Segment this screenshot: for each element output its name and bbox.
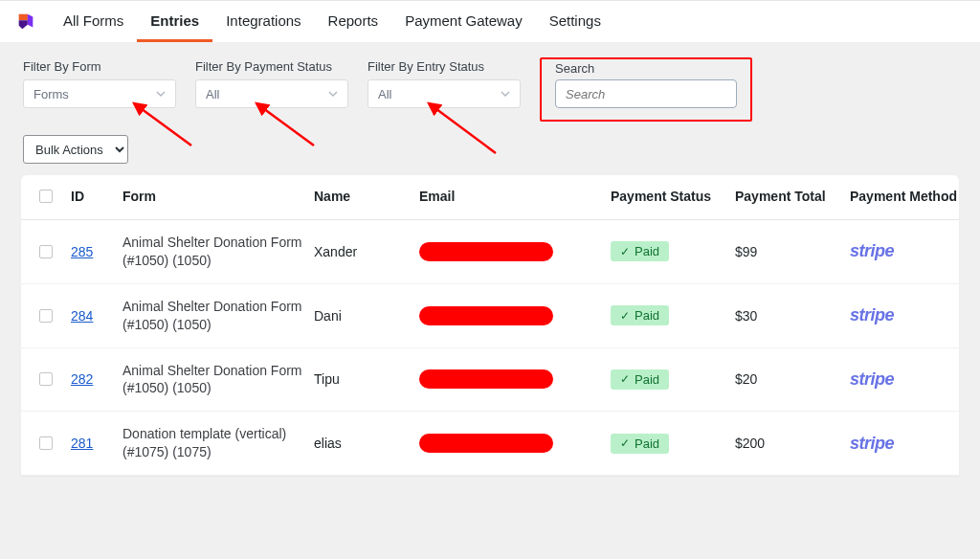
nav-all-forms[interactable]: All Forms (50, 1, 137, 42)
filter-payment-status-group: Filter By Payment Status All (195, 59, 348, 122)
status-badge: ✓Paid (611, 369, 669, 390)
payment-method-stripe: stripe (850, 434, 894, 453)
payment-method-stripe: stripe (850, 369, 894, 389)
nav-reports[interactable]: Reports (315, 1, 392, 42)
form-name: Animal Shelter Donation Form (#1050) (10… (117, 362, 308, 398)
chevron-down-icon (328, 87, 338, 101)
entry-id-link[interactable]: 285 (71, 244, 93, 259)
filter-payment-status-label: Filter By Payment Status (195, 59, 348, 74)
table-row: 285Animal Shelter Donation Form (#1050) … (21, 220, 959, 284)
row-checkbox[interactable] (39, 436, 53, 450)
entries-table-card: ID Form Name Email Payment Status Paymen… (21, 175, 959, 476)
th-email[interactable]: Email (413, 189, 605, 204)
payment-total: $200 (729, 436, 844, 451)
nav-settings[interactable]: Settings (536, 1, 614, 42)
check-icon: ✓ (620, 372, 630, 386)
entry-name: Xander (308, 244, 413, 259)
nav-entries[interactable]: Entries (137, 1, 212, 42)
th-payment-method[interactable]: Payment Method (844, 189, 969, 204)
row-checkbox[interactable] (39, 309, 53, 323)
chevron-down-icon (156, 87, 166, 101)
row-checkbox[interactable] (39, 245, 53, 258)
payment-method-stripe: stripe (850, 305, 894, 324)
entry-id-link[interactable]: 284 (71, 308, 93, 324)
filter-entry-status-select[interactable]: All (368, 79, 521, 108)
filter-payment-status-select[interactable]: All (195, 79, 348, 108)
th-form[interactable]: Form (117, 189, 308, 204)
entry-name: Tipu (308, 371, 413, 387)
th-payment-status[interactable]: Payment Status (605, 189, 729, 204)
chevron-down-icon (501, 87, 510, 101)
entry-id-link[interactable]: 282 (71, 371, 93, 387)
table-row: 281Donation template (vertical) (#1075) … (21, 412, 959, 476)
nav-integrations[interactable]: Integrations (212, 1, 314, 42)
filter-entry-status-value: All (378, 87, 391, 101)
table-header-row: ID Form Name Email Payment Status Paymen… (21, 181, 959, 220)
nav-payment-gateway[interactable]: Payment Gateway (391, 1, 536, 42)
email-redacted (419, 369, 553, 389)
filter-form-label: Filter By Form (23, 59, 176, 74)
payment-total: $30 (729, 308, 844, 324)
top-nav-bar: All Forms Entries Integrations Reports P… (0, 0, 980, 42)
email-redacted (419, 434, 553, 453)
filters-row: Filter By Form Forms Filter By Payment S… (0, 42, 980, 129)
th-name[interactable]: Name (308, 189, 413, 204)
row-checkbox[interactable] (39, 372, 53, 386)
search-label: Search (555, 59, 737, 79)
table-row: 282Animal Shelter Donation Form (#1050) … (21, 348, 959, 413)
bulk-actions-select[interactable]: Bulk Actions (23, 135, 128, 164)
status-badge: ✓Paid (611, 241, 669, 261)
payment-total: $20 (729, 371, 844, 387)
nav-tabs: All Forms Entries Integrations Reports P… (50, 1, 614, 42)
check-icon: ✓ (620, 309, 630, 323)
payment-total: $99 (729, 244, 844, 259)
filter-entry-status-group: Filter By Entry Status All (368, 59, 521, 122)
th-id[interactable]: ID (65, 189, 117, 204)
entry-id-link[interactable]: 281 (71, 436, 93, 451)
search-input[interactable] (556, 87, 737, 101)
entry-name: Dani (308, 308, 413, 324)
app-logo-icon (15, 11, 36, 33)
payment-method-stripe: stripe (850, 241, 894, 260)
status-badge: ✓Paid (611, 434, 669, 454)
filter-form-value: Forms (33, 87, 69, 101)
form-name: Animal Shelter Donation Form (#1050) (10… (117, 234, 308, 270)
check-icon: ✓ (620, 245, 630, 258)
th-payment-total[interactable]: Payment Total (729, 189, 844, 204)
check-icon: ✓ (620, 436, 630, 450)
email-redacted (419, 306, 553, 325)
select-all-checkbox[interactable] (39, 190, 53, 203)
search-highlight-box: Search (540, 57, 752, 122)
filter-form-select[interactable]: Forms (23, 79, 176, 108)
filter-payment-status-value: All (206, 87, 219, 101)
entry-name: elias (308, 436, 413, 451)
table-row: 284Animal Shelter Donation Form (#1050) … (21, 284, 959, 348)
email-redacted (419, 242, 553, 261)
search-box (555, 79, 737, 108)
bulk-actions-row: Bulk Actions (0, 129, 980, 175)
filter-form-group: Filter By Form Forms (23, 59, 176, 122)
filter-entry-status-label: Filter By Entry Status (368, 59, 521, 74)
form-name: Donation template (vertical) (#1075) (10… (117, 425, 308, 461)
status-badge: ✓Paid (611, 305, 669, 325)
form-name: Animal Shelter Donation Form (#1050) (10… (117, 298, 308, 334)
